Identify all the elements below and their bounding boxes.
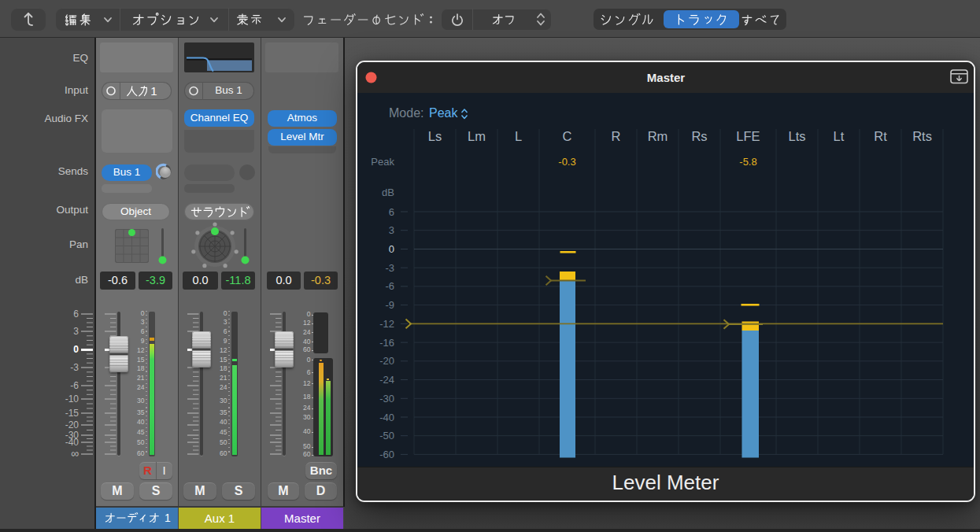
svg-text:1: 1	[150, 83, 157, 97]
svg-text:1: 1	[165, 512, 171, 524]
